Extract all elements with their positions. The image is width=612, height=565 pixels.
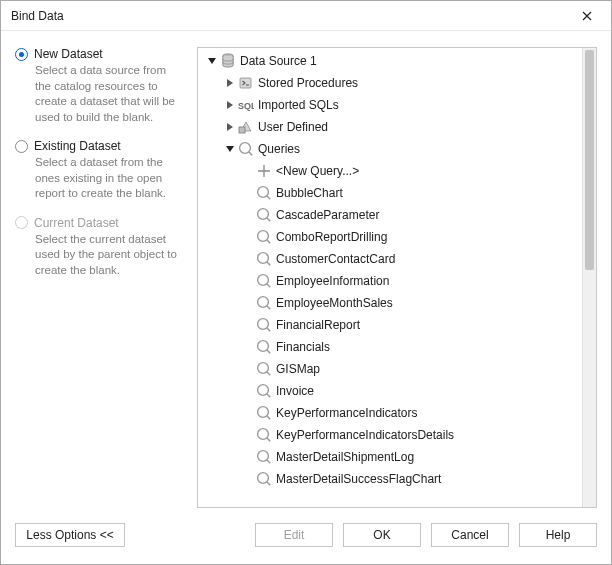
user-defined-icon	[238, 119, 254, 135]
tree-twister[interactable]	[224, 100, 236, 110]
button-label: OK	[373, 528, 390, 542]
tree-node-query[interactable]: KeyPerformanceIndicators	[202, 402, 582, 424]
query-icon	[256, 471, 272, 487]
radio-indicator	[15, 48, 28, 61]
tree-node-query[interactable]: GISMap	[202, 358, 582, 380]
radio-indicator	[15, 216, 28, 229]
radio-label: New Dataset	[34, 47, 103, 61]
query-icon	[256, 229, 272, 245]
button-label: Edit	[284, 528, 305, 542]
tree-label: Queries	[258, 142, 300, 156]
close-icon	[582, 11, 592, 21]
tree-label: EmployeeMonthSales	[276, 296, 393, 310]
tree-label: GISMap	[276, 362, 320, 376]
query-icon	[256, 273, 272, 289]
button-label: Cancel	[451, 528, 488, 542]
tree-label: MasterDetailSuccessFlagChart	[276, 472, 441, 486]
tree-node-query[interactable]: MasterDetailSuccessFlagChart	[202, 468, 582, 490]
help-button[interactable]: Help	[519, 523, 597, 547]
tree-twister[interactable]	[206, 56, 218, 66]
scrollbar-thumb[interactable]	[585, 50, 594, 270]
radio-label: Current Dataset	[34, 216, 119, 230]
radio-current-desc: Select the current dataset used by the p…	[35, 232, 183, 279]
tree-label: Imported SQLs	[258, 98, 339, 112]
less-options-button[interactable]: Less Options <<	[15, 523, 125, 547]
cancel-button[interactable]: Cancel	[431, 523, 509, 547]
options-pane: New Dataset Select a data source from th…	[15, 47, 183, 508]
tree-node-datasource[interactable]: Data Source 1	[202, 50, 582, 72]
tree-label: User Defined	[258, 120, 328, 134]
tree-label: MasterDetailShipmentLog	[276, 450, 414, 464]
tree-node-query[interactable]: KeyPerformanceIndicatorsDetails	[202, 424, 582, 446]
tree-label: CascadeParameter	[276, 208, 379, 222]
query-icon	[256, 361, 272, 377]
database-icon	[220, 53, 236, 69]
tree-pane: Data Source 1Stored ProceduresImported S…	[197, 47, 597, 508]
tree-label: KeyPerformanceIndicatorsDetails	[276, 428, 454, 442]
tree-node-new-query[interactable]: <New Query...>	[202, 160, 582, 182]
button-label: Help	[546, 528, 571, 542]
tree-node-query[interactable]: EmployeeMonthSales	[202, 292, 582, 314]
window-title: Bind Data	[11, 9, 569, 23]
tree-label: Stored Procedures	[258, 76, 358, 90]
tree-node-query[interactable]: FinancialReport	[202, 314, 582, 336]
tree-node-query[interactable]: CustomerContactCard	[202, 248, 582, 270]
tree-node-query[interactable]: Financials	[202, 336, 582, 358]
radio-new-dataset[interactable]: New Dataset	[15, 47, 183, 61]
tree-node-folder[interactable]: Imported SQLs	[202, 94, 582, 116]
radio-new-desc: Select a data source from the catalog re…	[35, 63, 183, 125]
query-icon	[256, 207, 272, 223]
tree-twister[interactable]	[224, 144, 236, 154]
radio-existing-desc: Select a dataset from the ones existing …	[35, 155, 183, 202]
tree-node-folder[interactable]: User Defined	[202, 116, 582, 138]
query-icon	[256, 339, 272, 355]
tree-twister[interactable]	[224, 122, 236, 132]
tree-label: EmployeeInformation	[276, 274, 389, 288]
tree-label: ComboReportDrilling	[276, 230, 387, 244]
query-icon	[256, 405, 272, 421]
tree-viewport: Data Source 1Stored ProceduresImported S…	[198, 48, 582, 507]
tree-node-query[interactable]: EmployeeInformation	[202, 270, 582, 292]
title-bar: Bind Data	[1, 1, 611, 31]
button-bar: Less Options << Edit OK Cancel Help	[1, 518, 611, 564]
chevron-right-icon	[225, 78, 235, 88]
tree-node-query[interactable]: ComboReportDrilling	[202, 226, 582, 248]
scrollbar-track[interactable]	[582, 48, 596, 507]
content-area: New Dataset Select a data source from th…	[1, 31, 611, 518]
tree-twister[interactable]	[224, 78, 236, 88]
radio-existing-dataset[interactable]: Existing Dataset	[15, 139, 183, 153]
sql-text-icon	[238, 97, 254, 113]
tree-label: CustomerContactCard	[276, 252, 395, 266]
query-icon	[256, 383, 272, 399]
ok-button[interactable]: OK	[343, 523, 421, 547]
chevron-right-icon	[225, 122, 235, 132]
tree-label: Invoice	[276, 384, 314, 398]
radio-indicator	[15, 140, 28, 153]
tree-node-query[interactable]: BubbleChart	[202, 182, 582, 204]
radio-current-dataset: Current Dataset	[15, 216, 183, 230]
tree-label: KeyPerformanceIndicators	[276, 406, 417, 420]
tree-label: <New Query...>	[276, 164, 359, 178]
tree-node-folder[interactable]: Stored Procedures	[202, 72, 582, 94]
tree-node-folder[interactable]: Queries	[202, 138, 582, 160]
button-label: Less Options <<	[26, 528, 113, 542]
query-icon	[256, 449, 272, 465]
tree-label: BubbleChart	[276, 186, 343, 200]
query-icon	[238, 141, 254, 157]
tree-container: Data Source 1Stored ProceduresImported S…	[197, 47, 597, 508]
tree-label: Financials	[276, 340, 330, 354]
edit-button[interactable]: Edit	[255, 523, 333, 547]
query-icon	[256, 185, 272, 201]
tree-node-query[interactable]: CascadeParameter	[202, 204, 582, 226]
tree-label: FinancialReport	[276, 318, 360, 332]
tree-label: Data Source 1	[240, 54, 317, 68]
chevron-down-icon	[225, 144, 235, 154]
tree-node-query[interactable]: MasterDetailShipmentLog	[202, 446, 582, 468]
plus-icon	[256, 163, 272, 179]
tree-node-query[interactable]: Invoice	[202, 380, 582, 402]
stored-proc-icon	[238, 75, 254, 91]
chevron-down-icon	[207, 56, 217, 66]
close-button[interactable]	[569, 4, 605, 28]
query-icon	[256, 251, 272, 267]
chevron-right-icon	[225, 100, 235, 110]
